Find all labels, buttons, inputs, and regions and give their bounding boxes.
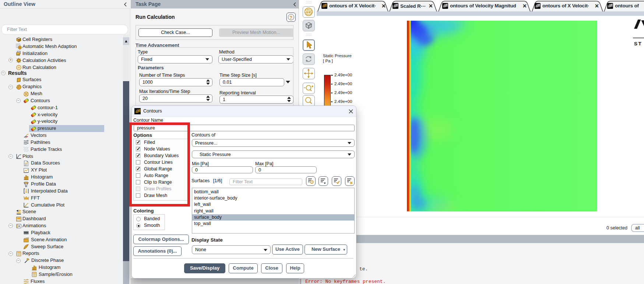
svg-text:ST: ST	[634, 41, 642, 46]
